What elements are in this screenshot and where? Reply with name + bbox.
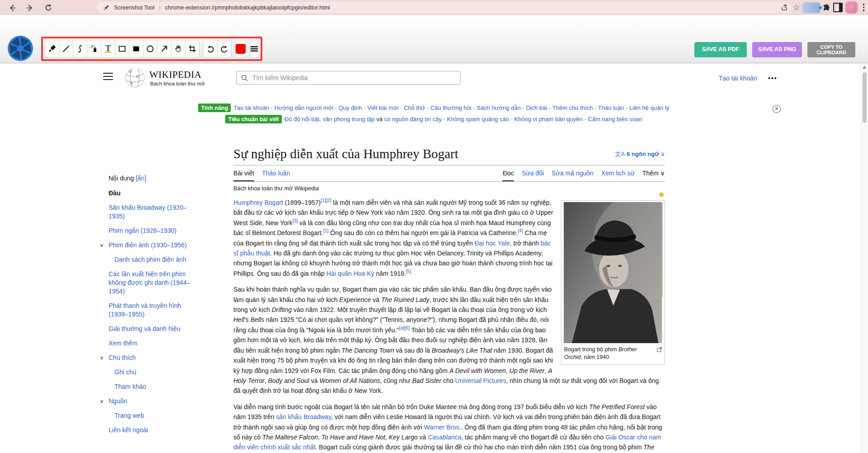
main-menu-icon[interactable] — [103, 73, 113, 80]
link[interactable]: có nguồn đáng tin cậy — [384, 116, 441, 123]
search-input[interactable] — [251, 74, 460, 82]
link[interactable]: Hướng dẫn người mới — [274, 104, 333, 111]
tab-sửa-đổi[interactable]: Sửa đổi — [522, 170, 544, 181]
extensions-puzzle-icon[interactable] — [821, 2, 832, 14]
bogart-photo[interactable] — [563, 202, 663, 343]
toc-chevron-icon[interactable]: ∨ — [100, 354, 104, 362]
share-icon[interactable] — [779, 2, 791, 14]
color-swatch-button[interactable] — [235, 40, 246, 58]
bookmark-star-icon[interactable]: ☆ — [791, 2, 802, 14]
filled-rectangle-tool-button[interactable] — [129, 40, 143, 58]
save-as-png-button[interactable]: SAVE AS PNG — [752, 42, 802, 57]
featured-article-star-icon[interactable]: ★ — [658, 190, 665, 199]
browser-menu-icon[interactable] — [859, 4, 868, 11]
tab-thêm[interactable]: Thêm ∨ — [642, 170, 665, 181]
link[interactable]: Không spam quảng cáo — [447, 116, 509, 123]
link[interactable]: [3] — [292, 218, 298, 223]
article-body: Bogart trong bộ phim Brother Orchid, năm… — [233, 198, 665, 453]
create-account-link[interactable]: Tạo tài khoản — [719, 75, 757, 82]
toc-item[interactable]: ∨Chú thích — [109, 354, 193, 362]
toc-chevron-icon[interactable]: ∨ — [100, 397, 104, 406]
line-tool-button[interactable] — [59, 40, 73, 58]
article-subtitle: Bách khoa toàn thư mở Wikipedia — [233, 185, 665, 192]
toc-item[interactable]: Xem thêm — [109, 339, 193, 348]
tab-sửa-mã-nguồn[interactable]: Sửa mã nguồn — [551, 170, 593, 181]
toc-item[interactable]: Trang web — [114, 411, 193, 420]
toc-item[interactable]: Các lần xuất hiện trên phim không được g… — [109, 270, 193, 296]
notice-close-icon[interactable]: ✕ — [773, 105, 781, 113]
link[interactable]: Đủ độ nổi bật, văn phong trung lập — [285, 116, 375, 123]
link[interactable]: [4] — [518, 228, 523, 234]
toc-item[interactable]: Danh sách phim điện ảnh — [114, 255, 193, 264]
link[interactable]: [5] — [406, 269, 411, 274]
toc-item[interactable]: Tham khảo — [114, 382, 193, 391]
toc-item[interactable]: Phát thanh và truyền hình (1939–1955) — [109, 302, 193, 319]
scrollbar-thumb[interactable] — [863, 72, 867, 123]
toc-chevron-icon[interactable]: ∨ — [100, 241, 104, 250]
link[interactable]: Thêm chú thích — [552, 104, 593, 111]
link[interactable]: [1][2] — [321, 198, 331, 203]
link[interactable]: Chỗ thử — [404, 104, 425, 111]
pan-hand-tool-button[interactable] — [171, 40, 185, 58]
link[interactable]: Hải quân Hoa Kỳ — [326, 270, 374, 277]
toc-item[interactable]: ∨Phim điện ảnh (1930–1956) — [109, 241, 193, 250]
scrollbar-up-arrow[interactable] — [863, 66, 866, 69]
search-box[interactable] — [236, 71, 460, 85]
link[interactable]: Universal Pictures — [455, 377, 506, 384]
curve-tool-button[interactable] — [73, 40, 87, 58]
link[interactable]: Sách hướng dẫn — [477, 104, 521, 111]
text-tool-button[interactable]: T — [101, 40, 115, 58]
link[interactable]: Dịch bài — [526, 104, 547, 111]
link[interactable]: Quy định — [338, 104, 362, 111]
toc-item[interactable]: Phim ngắn (1928–1930) — [109, 226, 193, 235]
link[interactable]: [a][6] — [399, 325, 409, 330]
crop-tool-button[interactable] — [185, 40, 199, 58]
copy-to-clipboard-button[interactable]: COPY TO CLIPBOARD — [807, 42, 855, 57]
reload-icon[interactable] — [43, 2, 54, 14]
link[interactable]: Viết bài mới — [367, 104, 398, 111]
forward-icon[interactable] — [24, 2, 35, 14]
toc-hide-link[interactable]: [ẩn] — [136, 175, 146, 182]
address-bar[interactable]: Screenshot Tool | chrome-extension://pmn… — [96, 2, 791, 13]
toc-item[interactable]: Giải thưởng và danh hiệu — [109, 325, 193, 333]
color-spray-tool-button[interactable] — [87, 40, 101, 58]
language-selector[interactable]: 文A6 ngôn ngữ ∨ — [615, 150, 665, 158]
undo-button[interactable] — [203, 40, 218, 58]
marker-tool-button[interactable] — [45, 40, 59, 58]
link[interactable]: sân khấu Broadway — [276, 413, 331, 420]
link[interactable]: Thảo luận — [598, 104, 624, 111]
save-as-pdf-button[interactable]: SAVE AS PDF — [694, 42, 747, 57]
link[interactable]: Không vi phạm bản quyền — [514, 116, 583, 123]
toc-item[interactable]: Sân khấu Broadway (1920–1935) — [109, 203, 193, 221]
tab-xem-lịch-sử[interactable]: Xem lịch sử — [601, 170, 635, 181]
ellipse-tool-button[interactable] — [143, 40, 157, 58]
tab-preview-thumbnail[interactable] — [802, 2, 821, 13]
link[interactable]: [1] — [323, 228, 328, 234]
link[interactable]: Liên hệ quản lý — [629, 104, 669, 111]
toc-item[interactable]: Ghi chú — [114, 368, 193, 377]
link[interactable]: Casablanca — [428, 434, 461, 441]
tab-thảo-luận[interactable]: Thảo luận — [262, 170, 290, 181]
back-icon[interactable] — [6, 2, 18, 14]
header-overflow-icon[interactable]: ••• — [768, 75, 778, 82]
tab-đọc[interactable]: Đọc — [503, 170, 514, 181]
link[interactable]: Tạo tài khoản — [233, 104, 269, 111]
stroke-menu-button[interactable] — [250, 40, 259, 58]
link[interactable]: Humphrey Bogart — [233, 199, 283, 206]
arrow-tool-button[interactable] — [157, 40, 171, 58]
wikipedia-globe-logo[interactable]: W Ω あ — [124, 67, 146, 90]
link[interactable]: Warner Bros. — [424, 424, 461, 431]
link[interactable]: Câu thường hỏi — [430, 104, 471, 111]
tab-bài-viết[interactable]: Bài viết — [233, 170, 254, 181]
page-scrollbar[interactable] — [861, 63, 868, 453]
rectangle-tool-button[interactable] — [115, 40, 129, 58]
link[interactable]: Đại học Yale — [474, 240, 510, 247]
link[interactable]: Cẩm nang biên soạn — [588, 116, 642, 123]
toc-item[interactable]: Liên kết ngoài — [109, 426, 193, 434]
side-panel-icon[interactable] — [832, 2, 844, 14]
wikipedia-wordmark[interactable]: WIKIPEDIA — [149, 69, 201, 80]
redo-button[interactable] — [217, 40, 232, 58]
image-expand-icon[interactable] — [657, 347, 662, 354]
profile-avatar[interactable] — [844, 2, 859, 14]
toc-item[interactable]: ∨Nguồn — [109, 397, 193, 406]
